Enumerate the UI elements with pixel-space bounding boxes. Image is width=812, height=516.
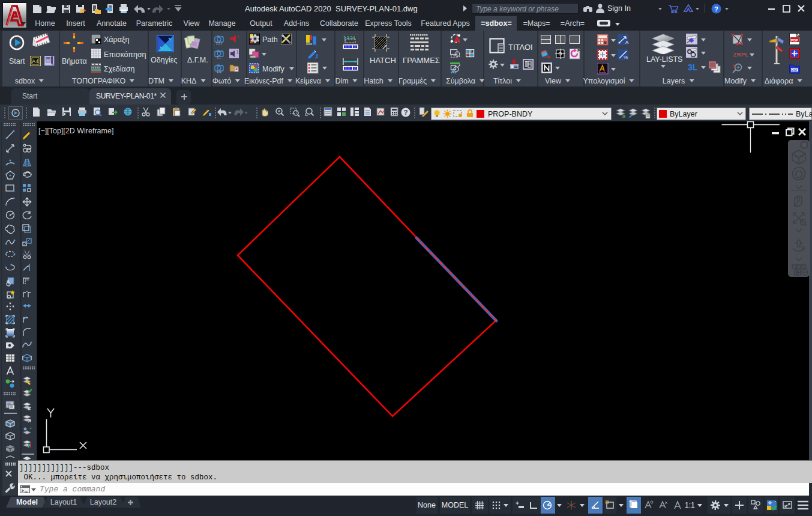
svg-text:3,2,1: 3,2,1 xyxy=(216,42,223,45)
svg-text:1: 1 xyxy=(236,50,239,54)
svg-text:A: A xyxy=(625,40,629,45)
svg-text:A: A xyxy=(315,53,318,59)
svg-text:?: ? xyxy=(714,5,718,13)
svg-text:F Ν: F Ν xyxy=(217,71,221,74)
svg-text:P: P xyxy=(577,49,580,53)
svg-text:%: % xyxy=(624,55,628,60)
svg-text:B: B xyxy=(604,40,607,44)
svg-text:PDF: PDF xyxy=(791,38,798,42)
svg-text:1,2,3: 1,2,3 xyxy=(451,55,458,58)
svg-text:1: 1 xyxy=(237,35,239,39)
svg-text:DXF: DXF xyxy=(792,68,799,71)
svg-text:?: ? xyxy=(404,109,408,116)
svg-text:M: M xyxy=(46,58,50,62)
svg-text:Τ....: Τ.... xyxy=(217,56,221,59)
svg-text:A4: A4 xyxy=(32,59,39,65)
